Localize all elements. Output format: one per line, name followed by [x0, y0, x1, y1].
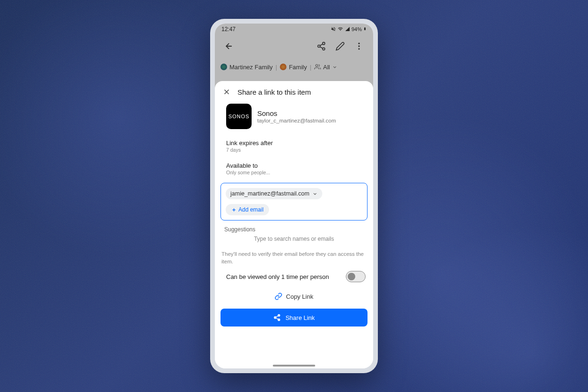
email-chip[interactable]: jamie_martinez@fastmail.com: [226, 188, 322, 199]
copy-link-label: Copy Link: [286, 293, 313, 300]
view-once-row: Can be viewed only 1 time per person: [215, 269, 373, 284]
add-email-label: Add email: [238, 206, 263, 213]
close-button[interactable]: [222, 88, 231, 96]
expires-label: Link expires after: [226, 139, 362, 147]
svg-point-14: [274, 317, 276, 318]
link-icon: [275, 293, 282, 300]
share-icon: [273, 314, 281, 321]
svg-line-17: [276, 316, 278, 317]
view-once-toggle[interactable]: [346, 271, 366, 282]
copy-link-button[interactable]: Copy Link: [215, 284, 373, 305]
svg-point-13: [278, 314, 280, 316]
email-recipients-box[interactable]: jamie_martinez@fastmail.com Add email: [220, 183, 368, 220]
share-link-label: Share Link: [286, 314, 315, 321]
expires-value: 7 days: [226, 147, 362, 153]
phone-frame: 12:47 94%: [210, 19, 378, 373]
svg-line-16: [276, 318, 278, 319]
item-email: taylor_c_martinez@fastmail.com: [257, 118, 336, 123]
add-email-button[interactable]: Add email: [226, 204, 269, 215]
share-link-button[interactable]: Share Link: [220, 309, 368, 327]
available-label: Available to: [226, 162, 362, 169]
share-sheet: Share a link to this item SONOS Sonos ta…: [215, 81, 373, 368]
view-once-label: Can be viewed only 1 time per person: [226, 273, 329, 280]
email-chip-text: jamie_martinez@fastmail.com: [230, 190, 310, 197]
item-row: SONOS Sonos taylor_c_martinez@fastmail.c…: [215, 101, 373, 133]
phone-screen: 12:47 94%: [215, 24, 373, 368]
available-value: Only some people...: [226, 170, 362, 175]
svg-point-15: [278, 319, 280, 321]
item-logo: SONOS: [226, 104, 252, 129]
suggestions-label: Suggestions: [215, 223, 373, 233]
expires-row[interactable]: Link expires after 7 days: [215, 137, 373, 155]
navigation-handle[interactable]: [273, 365, 315, 367]
sheet-header: Share a link to this item: [215, 81, 373, 101]
available-row[interactable]: Available to Only some people...: [215, 159, 373, 178]
item-name: Sonos: [257, 109, 336, 117]
sheet-title: Share a link to this item: [237, 88, 311, 96]
plus-icon: [231, 207, 237, 212]
verify-note: They'll need to verify their email befor…: [215, 248, 373, 269]
suggestions-hint: Type to search names or emails: [215, 233, 373, 248]
chevron-down-icon: [312, 191, 318, 196]
